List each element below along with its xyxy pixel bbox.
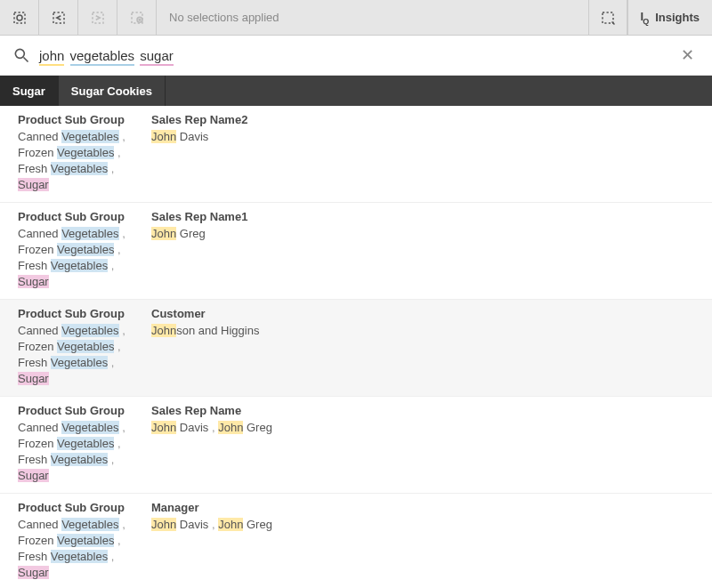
psg-item: Sugar: [18, 274, 151, 290]
match-header: Customer: [151, 307, 694, 320]
psg-item: Canned Vegetables ,: [18, 226, 151, 242]
match-header: Sales Rep Name2: [151, 113, 694, 126]
tab-sugar-cookies[interactable]: Sugar Cookies: [59, 76, 166, 106]
psg-column: Product Sub GroupCanned Vegetables ,Froz…: [18, 404, 151, 484]
psg-item: Fresh Vegetables ,: [18, 452, 151, 468]
match-header: Sales Rep Name: [151, 404, 694, 417]
psg-item: Sugar: [18, 468, 151, 484]
svg-point-7: [15, 49, 24, 58]
match-column: ManagerJohn Davis , John Greg: [151, 501, 694, 581]
insights-label: Insights: [655, 11, 700, 24]
psg-item: Canned Vegetables ,: [18, 420, 151, 436]
svg-point-1: [17, 15, 22, 20]
psg-column: Product Sub GroupCanned Vegetables ,Froz…: [18, 210, 151, 290]
svg-rect-6: [603, 12, 613, 23]
match-value: John Greg: [151, 226, 694, 242]
psg-item: Fresh Vegetables ,: [18, 258, 151, 274]
psg-item: Fresh Vegetables ,: [18, 549, 151, 565]
psg-item: Sugar: [18, 177, 151, 193]
clear-selections-button[interactable]: [117, 0, 157, 35]
psg-column: Product Sub GroupCanned Vegetables ,Froz…: [18, 501, 151, 581]
search-term-vegetables: vegetables: [70, 48, 135, 66]
psg-header: Product Sub Group: [18, 210, 151, 223]
psg-item: Frozen Vegetables ,: [18, 436, 151, 452]
match-value: John Davis , John Greg: [151, 517, 694, 533]
search-row: john vegetables sugar ✕: [0, 36, 712, 76]
psg-item: Sugar: [18, 371, 151, 387]
psg-header: Product Sub Group: [18, 307, 151, 320]
match-column: CustomerJohnson and Higgins: [151, 307, 694, 387]
match-column: Sales Rep NameJohn Davis , John Greg: [151, 404, 694, 484]
match-value: Johnson and Higgins: [151, 323, 694, 339]
svg-rect-2: [53, 12, 64, 23]
psg-item: Frozen Vegetables ,: [18, 242, 151, 258]
psg-item: Canned Vegetables ,: [18, 129, 151, 145]
search-icon: [12, 46, 30, 64]
top-toolbar: No selections applied IQ Insights: [0, 0, 712, 36]
psg-header: Product Sub Group: [18, 113, 151, 126]
svg-rect-3: [93, 12, 103, 23]
psg-item: Frozen Vegetables ,: [18, 145, 151, 161]
psg-header: Product Sub Group: [18, 404, 151, 417]
result-row[interactable]: Product Sub GroupCanned Vegetables ,Froz…: [0, 300, 712, 397]
match-column: Sales Rep Name2John Davis: [151, 113, 694, 193]
psg-column: Product Sub GroupCanned Vegetables ,Froz…: [18, 307, 151, 387]
insights-button[interactable]: IQ Insights: [627, 0, 712, 35]
clear-search-button[interactable]: ✕: [676, 42, 700, 68]
psg-item: Sugar: [18, 565, 151, 581]
svg-rect-0: [14, 12, 25, 23]
match-column: Sales Rep Name1John Greg: [151, 210, 694, 290]
no-selections-text: No selections applied: [157, 0, 588, 35]
result-row[interactable]: Product Sub GroupCanned Vegetables ,Froz…: [0, 494, 712, 588]
tab-sugar[interactable]: Sugar: [0, 76, 59, 106]
search-term-john: john: [39, 48, 64, 66]
search-term-sugar: sugar: [140, 48, 174, 66]
psg-header: Product Sub Group: [18, 501, 151, 514]
psg-item: Fresh Vegetables ,: [18, 355, 151, 371]
result-row[interactable]: Product Sub GroupCanned Vegetables ,Froz…: [0, 106, 712, 203]
result-row[interactable]: Product Sub GroupCanned Vegetables ,Froz…: [0, 397, 712, 494]
step-back-button[interactable]: [39, 0, 78, 35]
insights-icon: IQ: [641, 10, 649, 26]
psg-item: Fresh Vegetables ,: [18, 161, 151, 177]
psg-column: Product Sub GroupCanned Vegetables ,Froz…: [18, 113, 151, 193]
psg-item: Canned Vegetables ,: [18, 517, 151, 533]
tab-strip: Sugar Sugar Cookies: [0, 76, 712, 106]
psg-item: Canned Vegetables ,: [18, 323, 151, 339]
step-forward-button[interactable]: [78, 0, 117, 35]
match-value: John Davis , John Greg: [151, 420, 694, 436]
psg-item: Frozen Vegetables ,: [18, 533, 151, 549]
results-list: Product Sub GroupCanned Vegetables ,Froz…: [0, 106, 712, 588]
match-header: Sales Rep Name1: [151, 210, 694, 223]
match-header: Manager: [151, 501, 694, 514]
smart-search-button[interactable]: [588, 0, 627, 35]
selections-tool-button[interactable]: [0, 0, 39, 35]
match-value: John Davis: [151, 129, 694, 145]
psg-item: Frozen Vegetables ,: [18, 339, 151, 355]
result-row[interactable]: Product Sub GroupCanned Vegetables ,Froz…: [0, 203, 712, 300]
search-input[interactable]: john vegetables sugar: [39, 48, 676, 63]
